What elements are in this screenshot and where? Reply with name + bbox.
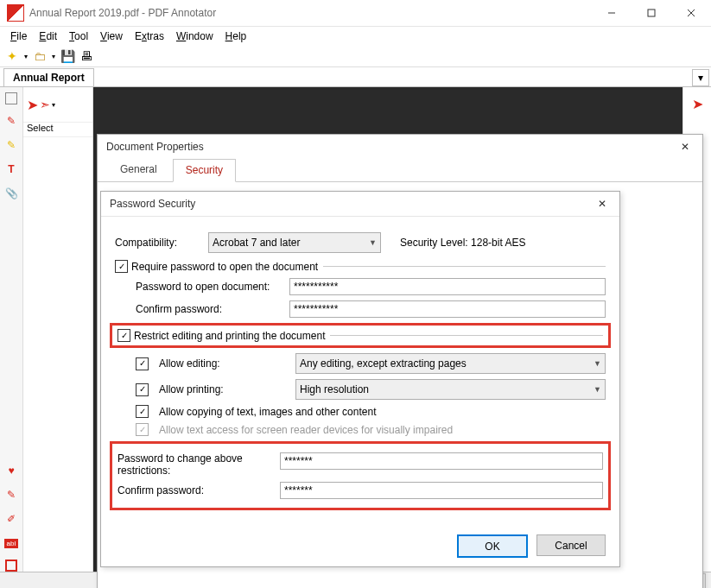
restrict-label: Restrict editing and printing the docume… [134,330,325,342]
password-security-dialog: Password Security ✕ Compatibility: Acrob… [100,191,620,567]
pointer-icon[interactable]: ➤ [27,97,38,113]
allow-copying-checkbox[interactable] [136,405,149,418]
allow-access-label: Allow text access for screen reader devi… [159,424,453,436]
compatibility-label: Compatibility: [115,237,201,249]
document-tab[interactable]: Annual Report [3,68,94,86]
document-tabs: Annual Report ▾ [0,67,711,87]
open-icon[interactable]: 🗀 [33,49,47,63]
compatibility-select[interactable]: Acrobat 7 and later▼ [208,232,381,253]
save-icon[interactable]: 💾 [60,49,74,63]
password-open-label: Password to open document: [136,281,282,293]
window-title: Annual Report 2019.pdf - PDF Annotator [29,7,592,19]
allow-printing-label: Allow printing: [159,383,289,395]
checkbox-icon[interactable] [5,92,17,104]
heart-icon[interactable]: ♥ [3,463,19,478]
security-level-label: Security Level: 128-bit AES [400,237,525,249]
close-icon[interactable]: ✕ [594,195,611,212]
menu-tool[interactable]: Tool [64,28,93,44]
new-icon[interactable]: ✦ [5,49,19,63]
confirm-password-open-label: Confirm password: [136,303,282,315]
print-icon[interactable]: 🖶 [79,49,93,63]
tab-general[interactable]: General [108,159,169,181]
attachment-icon[interactable]: 📎 [3,186,19,201]
close-icon[interactable]: ✕ [676,138,694,155]
confirm-password-restrict-label: Confirm password: [117,484,273,496]
confirm-password-restrict-input[interactable] [280,482,603,499]
allow-access-checkbox [136,423,149,436]
allow-editing-label: Allow editing: [159,357,289,370]
tabs-dropdown[interactable]: ▾ [692,69,709,86]
require-password-checkbox[interactable] [115,260,128,273]
ribbon: ➤ ➣ ▾ Select [23,87,93,572]
ribbon-label-select: Select [23,123,92,137]
edit-icon[interactable]: ✐ [3,511,19,527]
menu-help[interactable]: Help [220,28,252,44]
password-restrict-input[interactable] [280,452,603,470]
titlebar: Annual Report 2019.pdf - PDF Annotator [0,0,711,27]
menu-edit[interactable]: Edit [34,28,62,44]
allow-printing-select[interactable]: High resolution▼ [295,379,606,400]
allow-editing-select[interactable]: Any editing, except extracting pages▼ [295,353,606,374]
menu-window[interactable]: Window [171,28,219,44]
password-open-input[interactable] [289,278,606,295]
menubar: File Edit Tool View Extras Window Help [0,27,711,46]
confirm-password-open-input[interactable] [289,300,606,318]
toolbar-top: ✦▾ 🗀▾ 💾 🖶 [0,46,711,67]
menu-file[interactable]: File [5,28,32,44]
restrict-highlight: Restrict editing and printing the docume… [110,323,611,348]
password-restrict-label: Password to change above restrictions: [117,452,273,477]
menu-view[interactable]: View [95,28,128,44]
label-icon[interactable]: abI [3,535,19,551]
restrict-checkbox[interactable] [117,329,130,342]
pen2-icon[interactable]: ✎ [3,487,19,503]
restriction-password-highlight: Password to change above restrictions: C… [110,441,611,510]
menu-extras[interactable]: Extras [130,28,169,44]
pen-red-icon[interactable]: ✎ [3,113,19,129]
allow-editing-checkbox[interactable] [136,357,149,370]
svg-rect-1 [648,9,655,16]
app-icon [7,4,24,22]
pen-yellow-icon[interactable]: ✎ [3,137,19,153]
dialog-title: Password Security [110,198,195,210]
close-button[interactable] [671,0,711,26]
maximize-button[interactable] [632,0,671,26]
allow-printing-checkbox[interactable] [136,383,149,396]
allow-copying-label: Allow copying of text, images and other … [159,406,376,418]
ok-button[interactable]: OK [457,534,528,558]
pointer2-icon[interactable]: ➣ [40,98,50,111]
text-tool-icon[interactable]: T [3,161,19,177]
square-icon[interactable] [5,560,17,572]
tab-security[interactable]: Security [173,159,236,182]
require-password-label: Require password to open the document [131,261,318,273]
minimize-button[interactable] [592,0,632,26]
dialog-title: Document Properties [106,141,204,153]
cancel-button[interactable]: Cancel [536,534,606,556]
left-toolstrip: ✎ ✎ T 📎 ♥ ✎ ✐ abI [0,87,23,572]
